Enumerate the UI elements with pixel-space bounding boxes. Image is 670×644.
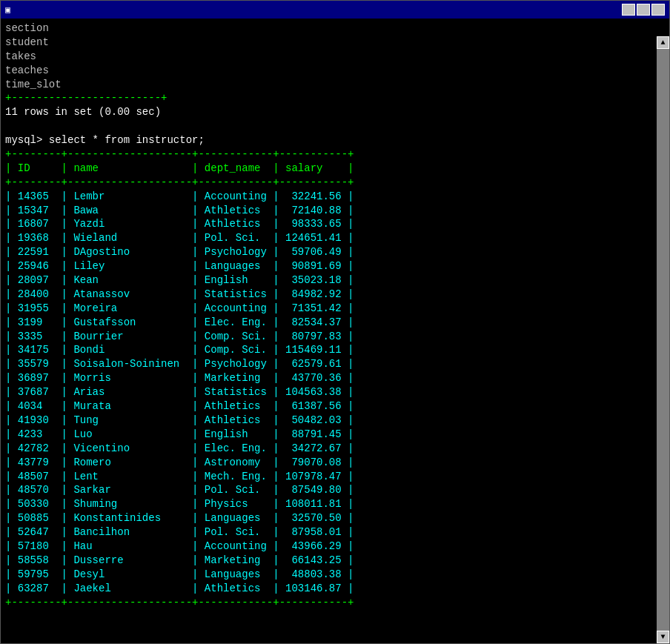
cmd-window: ▣ section student takes teaches time_slo… — [0, 0, 670, 644]
scrollbar[interactable]: ▲ ▼ — [657, 36, 669, 643]
terminal-area: section student takes teaches time_slot … — [1, 19, 669, 643]
terminal[interactable]: section student takes teaches time_slot … — [1, 19, 669, 626]
terminal-content: section student takes teaches time_slot … — [5, 21, 665, 623]
scroll-up-button[interactable]: ▲ — [657, 36, 669, 49]
window-icon: ▣ — [5, 4, 10, 16]
title-bar-controls — [622, 4, 665, 16]
scroll-down-button[interactable]: ▼ — [657, 631, 669, 643]
minimize-button[interactable] — [622, 4, 635, 16]
maximize-button[interactable] — [637, 4, 650, 16]
title-bar: ▣ — [1, 1, 669, 19]
close-button[interactable] — [651, 4, 665, 16]
scrollbar-track[interactable] — [657, 49, 669, 631]
